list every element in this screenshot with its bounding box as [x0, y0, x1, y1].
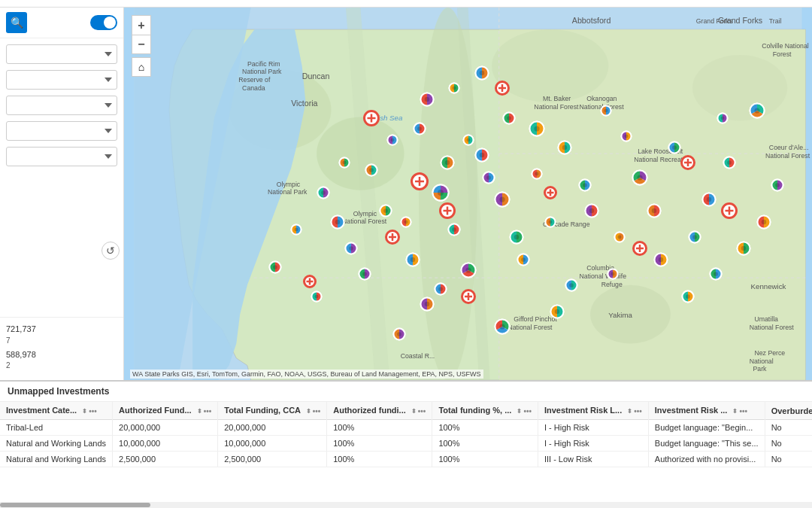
svg-text:National Wildlife: National Wildlife — [580, 272, 627, 280]
col-overburdened[interactable]: Overburdened C... ⬍ — [765, 402, 812, 420]
sort-icon-5: ⬍ — [627, 408, 632, 415]
table-cell: I - High Risk — [538, 436, 648, 452]
table-cell: Natural and Working Lands — [0, 436, 113, 452]
svg-text:National: National — [750, 357, 774, 365]
zoom-controls: + − ⌂ — [132, 15, 151, 77]
table-cell: Authorized with no provisi... — [648, 452, 765, 467]
svg-text:Coastal R...: Coastal R... — [401, 352, 435, 360]
svg-text:Umatilla: Umatilla — [754, 315, 778, 323]
menu-icon-2: ••• — [313, 407, 321, 415]
table-cell: Budget language: "Begin... — [648, 420, 765, 436]
stat-value-1: 721,737 — [6, 324, 117, 335]
table-cell: 10,000,000 — [113, 436, 218, 452]
filter-dropdown-4[interactable] — [6, 121, 117, 141]
table-body: Tribal-Led20,000,00020,000,000100%100%I … — [0, 420, 812, 467]
table-cell: 2,500,000 — [218, 452, 327, 467]
stat-row-2: 588,978 2 — [6, 349, 117, 371]
svg-text:Cascade Range: Cascade Range — [543, 221, 590, 228]
stat-sub-1: 7 — [6, 336, 117, 346]
sort-icon-3: ⬍ — [411, 408, 417, 415]
menu-icon-0: ••• — [89, 407, 97, 415]
main-content: 🔍 721,737 7 — [0, 8, 812, 380]
svg-text:National Park: National Park — [268, 188, 308, 196]
svg-text:National Forest: National Forest — [534, 103, 579, 111]
svg-text:Canada: Canada — [242, 84, 265, 92]
svg-text:Olympic: Olympic — [277, 181, 301, 188]
table-cell: Budget language: "This se... — [648, 436, 765, 452]
filter-dropdown-1[interactable] — [6, 44, 117, 64]
zoom-in-button[interactable]: + — [132, 15, 151, 35]
col-total-funding-pct[interactable]: Total funding %, ... ⬍ ••• — [432, 402, 538, 420]
menu-icon-1: ••• — [204, 407, 212, 415]
filter-dropdown-2[interactable] — [6, 70, 117, 90]
svg-text:Colville National: Colville National — [762, 42, 809, 50]
svg-text:Yakima: Yakima — [608, 312, 632, 320]
menu-icon-6: ••• — [739, 407, 747, 415]
col-investment-category[interactable]: Investment Cate... ⬍ ••• — [0, 402, 113, 420]
zoom-out-button[interactable]: − — [132, 35, 151, 54]
table-cell: 100% — [327, 420, 432, 436]
filter-dropdown-5[interactable] — [6, 147, 117, 166]
map-area[interactable]: + − ⌂ — [124, 8, 812, 380]
col-investment-risk-l[interactable]: Investment Risk L... ⬍ ••• — [538, 402, 648, 420]
table-cell: 100% — [432, 452, 538, 467]
sort-icon-4: ⬍ — [517, 408, 522, 415]
filter-dropdown-3[interactable] — [6, 96, 117, 115]
reset-icon: ↺ — [106, 245, 115, 257]
horizontal-scrollbar[interactable] — [0, 502, 812, 508]
svg-text:Gifford Pinchot: Gifford Pinchot — [514, 315, 557, 323]
search-button[interactable]: 🔍 — [6, 12, 27, 33]
table-cell: 10,000,000 — [218, 436, 327, 452]
stat-row-1: 721,737 7 — [6, 324, 117, 345]
svg-text:Lake Roosevelt: Lake Roosevelt — [638, 148, 683, 155]
table-header-row: Investment Cate... ⬍ ••• Authorized Fund… — [0, 402, 812, 420]
svg-text:Duncan: Duncan — [302, 71, 330, 81]
table-cell: 100% — [432, 420, 538, 436]
menu-icon-4: ••• — [523, 407, 532, 415]
scrollbar-thumb[interactable] — [0, 503, 150, 507]
svg-text:National Recreation: National Recreation — [634, 156, 692, 163]
svg-text:Park: Park — [753, 365, 768, 373]
svg-point-6 — [692, 55, 787, 120]
sort-icon-6: ⬍ — [732, 408, 738, 415]
col-investment-risk[interactable]: Investment Risk ... ⬍ ••• — [648, 402, 765, 420]
menu-icon-5: ••• — [634, 407, 642, 415]
map-attribution: WA State Parks GIS, Esri, TomTom, Garmin… — [130, 370, 483, 379]
table-cell: 2,500,000 — [113, 452, 218, 467]
col-authorized-fund[interactable]: Authorized Fund... ⬍ ••• — [113, 402, 218, 420]
table-cell: No — [765, 420, 812, 436]
sidebar-top: 🔍 — [0, 8, 123, 38]
table-row: Natural and Working Lands10,000,00010,00… — [0, 436, 812, 452]
table-cell: Natural and Working Lands — [0, 452, 113, 467]
home-icon: ⌂ — [138, 61, 144, 73]
svg-text:Forest: Forest — [773, 50, 792, 58]
header-bar — [0, 0, 812, 8]
table-cell: Tribal-Led — [0, 420, 113, 436]
table-cell: 20,000,000 — [113, 420, 218, 436]
stat-value-2: 588,978 — [6, 349, 117, 360]
svg-text:National Forest: National Forest — [580, 103, 625, 111]
svg-text:National Forest: National Forest — [342, 217, 387, 225]
svg-text:Salish Sea: Salish Sea — [368, 114, 403, 122]
table-cell: III - Low Risk — [538, 452, 648, 467]
reset-button[interactable]: ↺ — [102, 242, 120, 260]
svg-text:Columbia: Columbia — [586, 264, 614, 272]
table-cell: 100% — [432, 436, 538, 452]
bottom-panel: Unmapped Investments Investment Cate... … — [0, 380, 812, 508]
filter-section — [0, 38, 123, 317]
home-button[interactable]: ⌂ — [132, 57, 151, 77]
col-total-funding[interactable]: Total Funding, CCA ⬍ ••• — [218, 402, 327, 420]
search-icon: 🔍 — [11, 17, 23, 29]
table-container[interactable]: Investment Cate... ⬍ ••• Authorized Fund… — [0, 402, 812, 502]
svg-text:Abbotsford: Abbotsford — [572, 16, 611, 25]
layer-toggle[interactable] — [90, 15, 117, 30]
table-cell: I - High Risk — [538, 420, 648, 436]
svg-point-3 — [317, 117, 404, 190]
svg-text:Victoria: Victoria — [291, 99, 317, 108]
svg-text:Okanogan: Okanogan — [586, 95, 617, 102]
svg-text:National Park: National Park — [242, 68, 282, 75]
col-authorized-fundi[interactable]: Authorized fundi... ⬍ ••• — [327, 402, 432, 420]
table-cell: No — [765, 436, 812, 452]
svg-point-1 — [419, 8, 477, 380]
svg-text:Grand Forks: Grand Forks — [696, 17, 733, 25]
